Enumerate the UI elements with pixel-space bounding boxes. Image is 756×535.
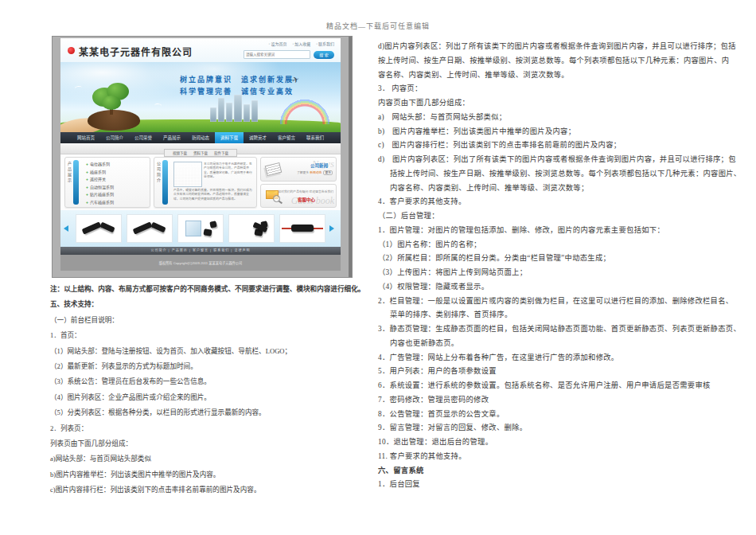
header-link[interactable]: 设为首页 (269, 41, 287, 46)
news-box[interactable]: News 公司新闻 了解更多 新闻动态 更多 (260, 157, 337, 182)
product-photo[interactable] (279, 214, 325, 243)
product-photo[interactable] (228, 214, 275, 243)
hero-banner: 树立品牌意识 追求创新发展 科学管理完善 诚信专业高效 ✈ (60, 62, 341, 132)
subnav-bar: 视频下载资料下载软件下载 (60, 143, 341, 154)
doc-text-line: d) 图片内容列表区：列出了所有该类下的图片内容或者根据条件查询到图片内容，并且… (378, 153, 754, 167)
product-photo[interactable] (76, 214, 122, 243)
doc-text-line: 2．列表页： (50, 421, 372, 436)
nav-item[interactable]: 公司荣誉 (129, 132, 158, 143)
nav-item[interactable]: 诚聘英才 (244, 132, 272, 143)
doc-text-line: （5）分类列表区：根据各种分类，以栏目的形式进行显示最新的内容。 (50, 405, 372, 420)
doc-text-line: （2）最新更新：列表显示的方式为标题加时间。 (50, 359, 372, 374)
doc-text-line: （1）网站头部：登陆与注册按钮、设为首页、加入收藏按钮、导航栏、LOGO； (50, 344, 372, 359)
bird-icon (75, 85, 83, 91)
doc-left-column: 注：以上结构、内容、布局方式都可按客户的不同商务模式、不同要求进行调整、模块和内… (50, 282, 372, 498)
company-building-photo (173, 162, 202, 187)
doc-text-line: a)网站头部：与首页网站头部类似 (50, 451, 372, 467)
nav-item[interactable]: 资料下载 (215, 132, 244, 143)
blue-bar-graphic (162, 160, 168, 205)
search-input[interactable] (244, 50, 310, 59)
magnifier-icon (273, 195, 280, 202)
chevron-right-icon[interactable] (329, 225, 334, 232)
doc-text-line: 4．广告管理：网站上分布着各种广告，在这里进行广告的添加和修改。 (378, 351, 754, 365)
guestbook-box[interactable]: Guest book 如对我们的产品有疑问·欢迎留言告诉我们 客服中心 (260, 184, 337, 209)
doc-text-line: （一）前台栏目说明： (50, 313, 372, 328)
doc-text-line: 菜单的排序、类别排序、首页排序。 (378, 308, 754, 322)
logo-icon (68, 47, 75, 54)
doc-text-line: c) 图片内容排行栏：列出该类别下的点击率排名前靠前的图片及内容； (378, 139, 754, 153)
doc-text-line: 4．客户要求的其他支持。 (378, 195, 754, 209)
search-bar: 搜 索 (244, 50, 334, 59)
product-category-item[interactable]: +贴片插座系列 (86, 191, 150, 199)
document-page: 精品文档—下载后可任意编辑 某某电子元器件有限公司 设为首页加入收藏联系我们 搜… (0, 0, 756, 535)
nav-item[interactable]: 网站首页 (72, 132, 100, 143)
product-carousel (60, 210, 341, 247)
product-photo[interactable] (127, 214, 173, 243)
header-quick-links: 设为首页加入收藏联系我们 (263, 41, 334, 46)
product-category-item[interactable]: +汽车插座系列 (86, 199, 150, 207)
doc-text-line: b)图片内容推举栏：列出该类图片中推举的图片及内容。 (50, 467, 372, 482)
plus-icon: + (86, 162, 88, 166)
guestbook-title: 客服中心 (298, 197, 315, 203)
nav-item[interactable]: 公司简介 (100, 132, 129, 143)
tree-foliage-graphic (102, 96, 121, 110)
doc-text-line: （2）所属栏目：即所属的栏目分类。分类由“栏目管理”中动态生成； (378, 252, 754, 266)
about-panel-title: 公司简介 (156, 162, 162, 184)
about-text-side: 本公司是致力于电子元器件研发、生产与销售的专业公司，产品种类齐全，质量稳定可靠，… (204, 162, 253, 180)
doc-text-line: 容名称、内容类别、上传时间、推举等级、浏览次数等。 (378, 68, 754, 83)
header-link[interactable]: 加入收藏 (292, 41, 310, 46)
doc-text-line: 按上传时间、按生产日期、按推举级别、按浏览总数等。每个列表项都包括以下几种元素：… (378, 54, 754, 68)
product-category-item[interactable]: +电位器系列 (86, 161, 150, 169)
nav-item[interactable]: 产品展示 (158, 132, 186, 143)
rainbow-graphic (275, 95, 334, 124)
content-row: 产品展示 +电位器系列+插座系列+遥控开关+自动恒温系列+贴片插座系列+汽车插座… (60, 154, 341, 210)
doc-text-line: b) 图片内容推举栏：列出该类图片中推举的图片及内容； (378, 125, 754, 139)
doc-right-column: d)图片内容列表区：列出了所有该类下的图片内容或者根据条件查询到图片内容，并且可… (378, 40, 754, 492)
about-text-bottom: 产品中，硬度可靠的质量，并且销售同一板块，我们已成为众多知名公司的研发供应商。产… (173, 189, 253, 201)
doc-text-line: a) 网站头部：与首页网站头部类似； (378, 111, 754, 125)
doc-text-line: 2．栏目管理：一般是以设置图片或内容的类别做为栏目，在这里可以进行栏目的添加、删… (378, 295, 754, 309)
header-link[interactable]: 联系我们 (316, 41, 334, 46)
product-category-item[interactable]: +自动恒温系列 (86, 184, 150, 192)
doc-text-line: 列表页由下面几部分组成： (50, 436, 372, 451)
doc-text-line: （3）上传图片：将图片上传到网站页面上； (378, 266, 754, 280)
news-more-button[interactable]: 更多 (323, 170, 333, 175)
doc-text-line: 5．用户列表：用户的各项参数设置 (378, 365, 754, 379)
product-category-item[interactable]: +遥控开关 (86, 176, 150, 184)
nav-item[interactable]: 客户留言 (272, 132, 301, 143)
doc-text-line: 3． 内容页： (378, 82, 754, 96)
soil-mound-graphic (88, 110, 140, 131)
product-category-item[interactable]: +插座系列 (86, 169, 150, 177)
doc-text-line: 7．密码修改：管理员密码的修改 (378, 393, 754, 408)
doc-text-line: 五、技术支持： (50, 297, 372, 312)
footer-links[interactable]: 公司简介 | 产品展示 | 客户留言 | 联系我们 | 法律声明 (60, 247, 341, 255)
company-name: 某某电子元器件有限公司 (79, 45, 193, 58)
doc-text-line: 注：以上结构、内容、布局方式都可按客户的不同商务模式、不同要求进行调整、模块和内… (50, 282, 372, 297)
doc-text-line: 内容名称、内容类别、上传时间、推举等级、浏览次数等； (378, 182, 754, 196)
doc-text-line: 8．公告管理：首页显示的公告文章。 (378, 408, 754, 422)
skyline-graphic (210, 95, 258, 122)
subnav-tab[interactable]: 软件下载 (214, 151, 228, 155)
product-photo[interactable] (177, 214, 224, 243)
doc-text-line: 内容也更新静态页。 (378, 337, 754, 351)
nav-item[interactable]: 新闻动态 (186, 132, 215, 143)
news-title: 公司新闻 (310, 162, 328, 169)
doc-text-line: 1．后台回复 (378, 478, 754, 492)
doc-text-line: 1．图片管理：对图片的管理包括添加、删除、修改，图片的内容元素主要包括如下： (378, 224, 754, 238)
chevron-left-icon[interactable] (64, 225, 68, 232)
site-header: 某某电子元器件有限公司 设为首页加入收藏联系我们 搜 索 (60, 38, 341, 62)
products-panel: 产品展示 +电位器系列+插座系列+遥控开关+自动恒温系列+贴片插座系列+汽车插座… (64, 157, 150, 208)
nav-item[interactable]: 联系我们 (301, 132, 329, 143)
subnav-tab[interactable]: 视频下载 (173, 151, 187, 155)
doc-text-line: 11. 客户要求的其他支持。 (378, 450, 754, 464)
blue-bar-graphic (73, 160, 79, 205)
website-screenshot: 某某电子元器件有限公司 设为首页加入收藏联系我们 搜 索 树立品牌意识 追求 (52, 36, 353, 278)
search-button[interactable]: 搜 索 (314, 51, 334, 59)
doc-text-line: 3．静态页管理：生成静态页面的栏目，包括关闭网站静态页面功能、首页更新静态页、列… (378, 322, 754, 337)
plus-icon: + (86, 185, 88, 189)
news-more-line: 了解更多 新闻动态 更多 (297, 170, 333, 174)
website-template: 某某电子元器件有限公司 设为首页加入收藏联系我们 搜 索 树立品牌意识 追求 (60, 38, 341, 271)
subnav-tab[interactable]: 资料下载 (193, 151, 208, 155)
news-more-link[interactable]: 新闻动态 (310, 171, 321, 174)
watermark-header: 精品文档—下载后可任意编辑 (0, 21, 756, 31)
